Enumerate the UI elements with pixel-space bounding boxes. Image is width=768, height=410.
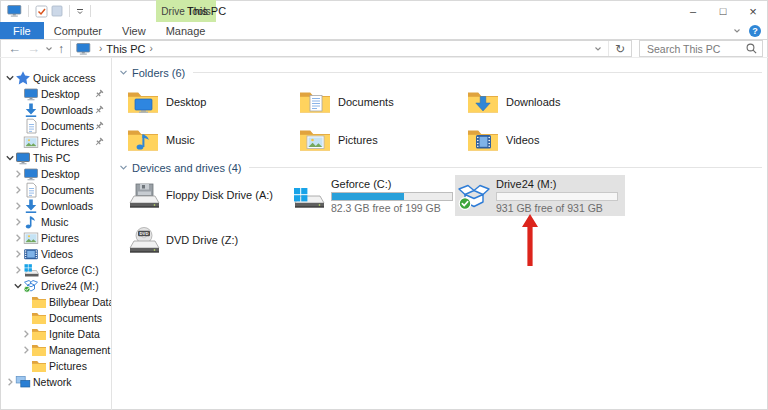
close-button[interactable]: ×	[738, 0, 768, 22]
folder-tile-label: Pictures	[338, 134, 378, 146]
sidebar-item-label: Desktop	[41, 88, 80, 100]
sidebar-item-label: Music	[41, 216, 68, 228]
folder-videos-icon	[467, 126, 499, 154]
sidebar-item-label: Ignite Data	[49, 328, 100, 340]
sidebar-item-billybear-data[interactable]: Billybear Data	[0, 294, 111, 310]
group-header-folders-6[interactable]: Folders (6)	[119, 66, 762, 79]
chevron-down-icon[interactable]	[13, 281, 23, 291]
window-title: This PC	[187, 0, 226, 22]
minimize-button[interactable]: –	[678, 0, 708, 22]
sidebar-item-documents[interactable]: Documents	[0, 310, 111, 326]
tab-computer[interactable]: Computer	[44, 22, 112, 39]
document-icon	[23, 182, 39, 198]
address-dropdown-icon[interactable]	[588, 45, 608, 53]
chevron-right-icon[interactable]	[13, 233, 23, 243]
sidebar-item-pictures[interactable]: Pictures	[0, 358, 111, 374]
drive-tile-geforce-c[interactable]: Geforce (C:)82.3 GB free of 199 GB	[290, 175, 455, 216]
up-button[interactable]: ↑	[55, 43, 67, 55]
search-icon[interactable]	[746, 43, 757, 54]
recent-locations-icon[interactable]	[43, 45, 55, 53]
drive-tile-floppy-disk-drive-a[interactable]: Floppy Disk Drive (A:)	[125, 175, 290, 216]
chevron-down-icon[interactable]	[5, 73, 15, 83]
drive-tile-drive24-m[interactable]: Drive24 (M:)931 GB free of 931 GB	[455, 175, 625, 216]
group-title: Devices and drives (4)	[132, 162, 241, 174]
tab-file[interactable]: File	[0, 22, 44, 39]
minimize-ribbon-chevron-icon[interactable]	[733, 27, 741, 35]
recent-locations-chevron-icon[interactable]	[45, 45, 53, 53]
search-box[interactable]	[639, 40, 763, 57]
drive-tile-dvd-drive-z[interactable]: DVDDVD Drive (Z:)	[125, 220, 290, 261]
group-rule	[249, 167, 762, 168]
title-bar: Drive Tools This PC –□×	[0, 0, 768, 22]
properties-checkbox-icon[interactable]	[35, 5, 48, 18]
breadcrumb-separator[interactable]: ›	[145, 43, 156, 54]
folder-icon	[31, 294, 47, 310]
customize-dropdown-icon[interactable]	[76, 7, 84, 15]
group-collapse-icon[interactable]	[119, 68, 128, 77]
help-icon[interactable]: ?	[749, 25, 761, 37]
sidebar-item-pictures[interactable]: Pictures	[0, 230, 111, 246]
chevron-right-icon[interactable]	[13, 185, 23, 195]
chevron-right-icon[interactable]	[13, 169, 23, 179]
folder-tile-music[interactable]: Music	[125, 121, 297, 159]
sidebar-item-management[interactable]: Management	[0, 342, 111, 358]
ribbon-right-controls: ?	[733, 22, 768, 39]
windows-drive-small-icon	[23, 262, 39, 278]
sidebar-item-desktop[interactable]: Desktop	[0, 86, 111, 102]
sidebar-item-documents[interactable]: Documents	[0, 118, 111, 134]
refresh-icon[interactable]: ↻	[608, 41, 631, 56]
download-icon	[23, 198, 39, 214]
folder-tile-videos[interactable]: Videos	[465, 121, 655, 159]
folder-tile-pictures[interactable]: Pictures	[297, 121, 465, 159]
back-button[interactable]: ←	[5, 42, 24, 55]
sidebar-item-music[interactable]: Music	[0, 214, 111, 230]
chevron-right-icon[interactable]	[21, 345, 31, 355]
breadcrumb-item-this-pc[interactable]: This PC	[106, 43, 145, 55]
sidebar-item-downloads[interactable]: Downloads	[0, 198, 111, 214]
group-header-devices-and-drives-4[interactable]: Devices and drives (4)	[119, 161, 762, 174]
folder-tile-desktop[interactable]: Desktop	[125, 83, 297, 121]
this-pc-icon	[76, 42, 91, 56]
minimize-ribbon-icon[interactable]	[733, 27, 741, 35]
search-input[interactable]	[640, 41, 762, 56]
chevron-right-icon[interactable]	[13, 265, 23, 275]
folder-icon	[31, 342, 47, 358]
chevron-right-icon[interactable]	[13, 201, 23, 211]
sidebar-item-this-pc[interactable]: This PC	[0, 150, 111, 166]
explorer-body: Quick accessDesktopDownloadsDocumentsPic…	[0, 58, 768, 410]
drive-name: DVD Drive (Z:)	[166, 234, 238, 247]
sidebar-item-quick-access[interactable]: Quick access	[0, 70, 111, 86]
new-item-icon[interactable]	[51, 5, 63, 17]
folder-tile-downloads[interactable]: Downloads	[465, 83, 655, 121]
ribbon-tabs: FileComputerViewManage ?	[0, 22, 768, 40]
sidebar-item-desktop[interactable]: Desktop	[0, 166, 111, 182]
folder-documents-icon	[299, 88, 331, 116]
chevron-right-icon[interactable]	[13, 249, 23, 259]
chevron-right-icon[interactable]	[5, 377, 15, 387]
sidebar-item-drive24-m[interactable]: Drive24 (M:)	[0, 278, 111, 294]
chevron-right-icon[interactable]	[21, 329, 31, 339]
sidebar-item-pictures[interactable]: Pictures	[0, 134, 111, 150]
tab-view[interactable]: View	[112, 22, 156, 39]
tab-manage[interactable]: Manage	[156, 22, 216, 39]
chevron-right-icon[interactable]	[13, 217, 23, 227]
file-explorer-window: Drive Tools This PC –□× FileComputerView…	[0, 0, 768, 410]
group-collapse-icon[interactable]	[119, 163, 128, 172]
sidebar-item-ignite-data[interactable]: Ignite Data	[0, 326, 111, 342]
sidebar-item-network[interactable]: Network	[0, 374, 111, 390]
sidebar-item-videos[interactable]: Videos	[0, 246, 111, 262]
address-dropdown-chevron-icon[interactable]	[594, 45, 602, 53]
windows-drive-icon	[292, 181, 326, 211]
folder-tile-documents[interactable]: Documents	[297, 83, 465, 121]
sidebar-item-geforce-c[interactable]: Geforce (C:)	[0, 262, 111, 278]
breadcrumb-separator: ›	[95, 43, 106, 54]
folder-downloads-icon	[467, 88, 499, 116]
chevron-down-icon[interactable]	[5, 153, 15, 163]
floppy-drive-icon	[127, 181, 161, 211]
sidebar-item-documents[interactable]: Documents	[0, 182, 111, 198]
maximize-button[interactable]: □	[708, 0, 738, 22]
address-box[interactable]: ›This PC› ↻	[70, 40, 632, 57]
sidebar-item-downloads[interactable]: Downloads	[0, 102, 111, 118]
search-icon[interactable]	[746, 43, 757, 54]
sidebar-item-label: Downloads	[41, 104, 93, 116]
